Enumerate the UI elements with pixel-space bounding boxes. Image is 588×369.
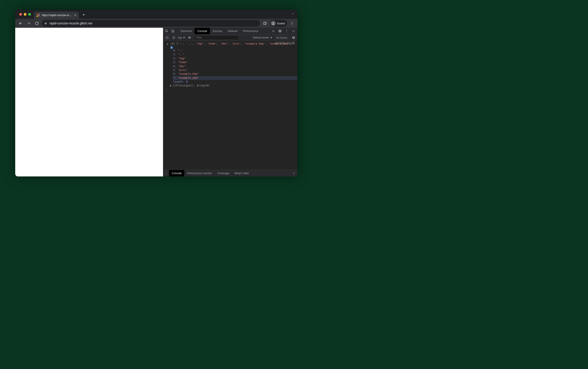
browser-window: 🎉 https://rapid-concise-muscle.g ✕ + rap…	[15, 10, 297, 176]
array-length-row: length: 8	[173, 80, 297, 84]
execution-context-selector[interactable]: top ▼	[178, 36, 185, 39]
chevron-down-icon: ▼	[183, 36, 185, 39]
console-filter-input[interactable]	[194, 35, 239, 40]
array-items-list: 0: "."1: ".."2: "tmp"3: "home"4: "dev"5:…	[163, 49, 297, 80]
svg-point-22	[166, 174, 166, 174]
console-toolbar: top ▼ Default levels ▼ No Issues	[163, 34, 297, 41]
content-area: Elements Console Sources Network Perform…	[15, 28, 297, 176]
svg-point-5	[292, 22, 293, 23]
clear-console-button[interactable]	[171, 34, 176, 41]
page-viewport[interactable]	[15, 28, 163, 176]
drawer-menu-button[interactable]	[163, 172, 169, 175]
console-prompt[interactable]: ›	[163, 87, 297, 92]
avatar-icon	[271, 21, 276, 26]
window-minimize-button[interactable]	[24, 13, 26, 16]
tab-console[interactable]: Console	[195, 28, 210, 34]
back-button[interactable]	[18, 20, 24, 26]
address-bar[interactable]: rapid-concise-muscle.glitch.me	[42, 20, 260, 27]
forward-button[interactable]	[26, 20, 32, 26]
drawer-tab-console[interactable]: Console	[169, 170, 184, 176]
array-item-row[interactable]: 5: "proc"	[173, 68, 297, 72]
url-text: rapid-concise-muscle.glitch.me	[49, 21, 92, 25]
side-panel-button[interactable]	[262, 20, 268, 26]
profile-chip[interactable]: Guest	[270, 20, 287, 27]
console-output[interactable]: script.js:10 ▼ (8) ['.', '..', 'tmp', 'h…	[163, 41, 297, 170]
expand-toggle-icon[interactable]: ▼	[167, 42, 168, 46]
svg-line-18	[173, 37, 175, 38]
array-item-row[interactable]: 2: "tmp"	[173, 57, 297, 61]
chevron-down-icon: ▼	[270, 36, 273, 39]
prototype-row[interactable]: ▶[[Prototype]]: Array(0)	[163, 84, 297, 87]
tab-sources[interactable]: Sources	[210, 28, 225, 34]
browser-toolbar: rapid-concise-muscle.glitch.me Guest	[15, 19, 297, 28]
svg-rect-9	[171, 30, 173, 32]
svg-rect-2	[264, 22, 266, 25]
live-expression-button[interactable]	[187, 34, 192, 41]
new-tab-button[interactable]: +	[81, 12, 87, 18]
console-sidebar-toggle[interactable]	[165, 34, 170, 41]
tab-performance[interactable]: Performance	[240, 28, 261, 34]
more-tabs-button[interactable]	[270, 30, 276, 33]
svg-point-4	[273, 22, 274, 23]
devtools-menu-button[interactable]	[284, 30, 290, 33]
tab-bar: 🎉 https://rapid-concise-muscle.g ✕ +	[15, 10, 297, 19]
drawer-close-button[interactable]	[291, 172, 297, 175]
log-levels-label: Default levels	[253, 36, 269, 39]
expand-triangle-icon[interactable]: ▶	[170, 84, 172, 87]
lock-icon	[44, 22, 47, 25]
array-item-row[interactable]: 0: "."	[173, 49, 297, 53]
svg-point-6	[292, 23, 293, 24]
devtools-panel: Elements Console Sources Network Perform…	[163, 28, 297, 176]
browser-menu-button[interactable]	[289, 20, 295, 26]
svg-point-11	[286, 30, 287, 30]
inspect-element-button[interactable]	[163, 28, 170, 34]
devtools-tab-bar: Elements Console Sources Network Perform…	[163, 28, 297, 34]
drawer-tab-coverage[interactable]: Coverage	[215, 170, 232, 176]
array-item-row[interactable]: 4: "dev"	[173, 64, 297, 68]
array-item-row[interactable]: 6: "example.bmp"	[173, 72, 297, 76]
svg-point-19	[189, 37, 190, 38]
console-settings-button[interactable]	[291, 34, 296, 41]
device-toolbar-button[interactable]	[170, 28, 176, 34]
tab-title: https://rapid-concise-muscle.g	[42, 14, 72, 17]
svg-point-13	[286, 31, 287, 32]
info-badge-icon[interactable]: i	[170, 46, 173, 49]
array-item-row[interactable]: 1: ".."	[173, 53, 297, 56]
window-controls	[18, 13, 32, 16]
devtools-settings-button[interactable]	[277, 29, 283, 33]
execution-context-label: top	[178, 36, 182, 39]
issues-button[interactable]: No Issues	[274, 36, 289, 40]
drawer-tab-performance-monitor[interactable]: Performance monitor	[184, 170, 215, 176]
svg-point-21	[166, 173, 166, 174]
profile-label: Guest	[277, 22, 285, 25]
log-levels-selector[interactable]: Default levels ▼	[253, 36, 273, 39]
window-close-button[interactable]	[19, 13, 22, 16]
reload-button[interactable]	[34, 20, 40, 26]
devtools-close-button[interactable]	[290, 30, 296, 32]
tab-search-button[interactable]	[291, 12, 294, 15]
svg-point-20	[166, 172, 166, 173]
tab-network[interactable]: Network	[225, 28, 240, 34]
devtools-drawer: Console Performance monitor Coverage Wha…	[163, 170, 297, 176]
tab-favicon-icon: 🎉	[36, 13, 40, 17]
svg-point-7	[292, 24, 293, 25]
tab-close-button[interactable]: ✕	[74, 13, 77, 17]
window-maximize-button[interactable]	[28, 13, 31, 16]
array-item-row[interactable]: 3: "home"	[173, 61, 297, 64]
array-item-row[interactable]: 7: "example.pbm"	[173, 76, 297, 80]
svg-point-12	[286, 31, 287, 31]
browser-tab[interactable]: 🎉 https://rapid-concise-muscle.g ✕	[34, 12, 79, 19]
tab-elements[interactable]: Elements	[178, 28, 195, 34]
drawer-tab-whats-new[interactable]: What's New	[232, 170, 252, 176]
console-log-entry[interactable]: ▼ (8) ['.', '..', 'tmp', 'home', 'dev', …	[163, 42, 297, 46]
